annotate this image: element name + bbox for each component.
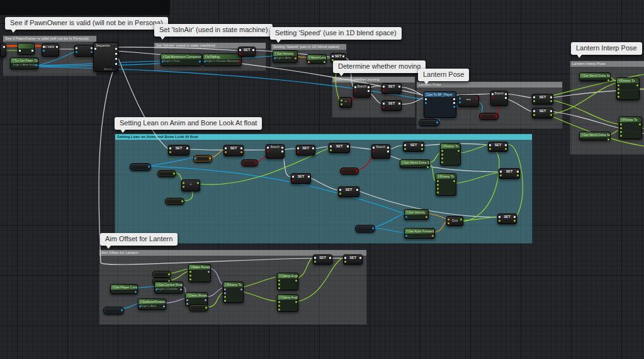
pin-obj[interactable] — [35, 64, 37, 66]
pin-exec[interactable] — [398, 86, 400, 88]
pin-exec[interactable] — [281, 147, 283, 149]
node-variable-pill[interactable] — [157, 170, 176, 177]
pin-float[interactable] — [197, 182, 199, 184]
pin-exec[interactable] — [453, 98, 455, 100]
comment-group-title[interactable]: See if PawnOwner is valid (will not be i… — [3, 36, 96, 42]
node-math[interactable]: == — [458, 95, 479, 107]
pin-bool[interactable] — [373, 151, 375, 152]
node-set[interactable]: SET — [381, 83, 402, 94]
pin-bool[interactable] — [239, 60, 240, 62]
node-dark[interactable] — [74, 45, 94, 57]
pin-float[interactable] — [224, 296, 226, 298]
pin-float[interactable] — [437, 188, 439, 190]
pin-obj[interactable] — [274, 57, 276, 59]
node-f-rinterp-to[interactable]: f RInterp To — [223, 282, 244, 303]
pin-exec[interactable] — [499, 216, 500, 218]
pin-float[interactable] — [618, 84, 619, 86]
pin-exec[interactable] — [359, 257, 361, 259]
pin-rot[interactable] — [186, 303, 188, 305]
pin-exec[interactable] — [94, 48, 96, 50]
node-set[interactable]: SET — [168, 145, 189, 156]
node-variable-pill[interactable] — [189, 304, 208, 311]
pin-float[interactable] — [489, 148, 491, 150]
pin-float[interactable] — [437, 180, 439, 182]
pin-exec[interactable] — [344, 257, 346, 259]
pin-exec[interactable] — [383, 86, 385, 88]
node-branch[interactable]: Branch — [353, 84, 371, 98]
pin-exec[interactable] — [19, 50, 21, 52]
pin-bool[interactable] — [383, 106, 385, 108]
node-f-get-movement-component[interactable]: f Get Movement ComponentTarget is Pawn — [161, 54, 202, 66]
node-set[interactable]: SET — [343, 254, 363, 265]
pin-float[interactable] — [189, 278, 191, 280]
pin-float[interactable] — [441, 161, 443, 163]
pin-rot[interactable] — [224, 292, 226, 294]
pin-float[interactable] — [437, 184, 439, 186]
pin-exec[interactable] — [115, 48, 117, 50]
pin-exec[interactable] — [267, 147, 269, 149]
comment-group-title[interactable]: Setting 'Speed' (use in 1D blend space) — [271, 44, 346, 50]
pin-exec[interactable] — [356, 189, 358, 191]
pin-float[interactable] — [639, 123, 641, 125]
node-set[interactable]: SET — [291, 173, 311, 184]
pin-rot[interactable] — [163, 305, 165, 307]
pin-float[interactable] — [441, 154, 443, 156]
pin-vec[interactable] — [432, 235, 434, 237]
node-set[interactable]: SET — [381, 100, 402, 111]
node-f-get-world-delta-seconds[interactable]: f Get World Delta Seconds — [400, 159, 430, 168]
pin-float[interactable] — [339, 193, 341, 195]
pin-float[interactable] — [618, 96, 619, 98]
pin-float[interactable] — [189, 271, 191, 273]
pin-obj[interactable] — [372, 227, 374, 229]
pin-obj[interactable] — [453, 106, 455, 108]
pin-obj[interactable] — [425, 102, 427, 104]
node-variable-pill[interactable] — [193, 155, 212, 162]
pin-exec[interactable] — [514, 216, 516, 218]
pin-exec[interactable] — [308, 176, 310, 178]
pin-float[interactable] — [437, 191, 439, 193]
pin-float[interactable] — [224, 300, 226, 302]
pin-bool[interactable] — [383, 89, 385, 91]
node-variable-pill[interactable] — [479, 113, 499, 120]
pin-exec[interactable] — [76, 47, 77, 49]
pin-bool[interactable] — [476, 98, 478, 100]
pin-float[interactable] — [514, 220, 516, 222]
pin-bool[interactable] — [349, 100, 351, 101]
pin-exec[interactable] — [550, 96, 552, 98]
pin-exec[interactable] — [225, 147, 227, 149]
pin-float[interactable] — [607, 139, 609, 140]
pin-float[interactable] — [181, 200, 183, 202]
node-f-clamp-angle[interactable]: f Clamp Angle — [277, 294, 298, 312]
pin-float[interactable] — [278, 283, 280, 285]
pin-exec[interactable] — [332, 55, 334, 57]
pin-float[interactable] — [278, 309, 280, 311]
pin-float[interactable] — [324, 61, 325, 63]
pin-float[interactable] — [458, 150, 460, 152]
pin-obj[interactable] — [139, 305, 141, 307]
node-f-get-world-delta-seconds[interactable]: f Get World Delta Seconds — [579, 72, 611, 81]
node-f-try-get-pawn-owner[interactable]: f Try Get Pawn OwnerTarget is Anim Insta… — [10, 57, 38, 69]
pin-obj[interactable] — [162, 60, 164, 62]
node-f-get-actor-forward-vector[interactable]: f Get Actor Forward Vector — [404, 228, 435, 239]
pin-exec[interactable] — [339, 189, 341, 191]
pin-obj[interactable] — [135, 291, 137, 293]
pin-float[interactable] — [500, 174, 502, 176]
pin-rot[interactable] — [240, 288, 242, 290]
node-branch[interactable]: Branch — [490, 91, 508, 106]
pin-exec[interactable] — [292, 176, 294, 178]
pin-exec[interactable] — [505, 93, 507, 95]
node-variable-pill[interactable] — [419, 119, 439, 126]
pin-vec[interactable] — [426, 216, 427, 218]
pin-exec[interactable] — [281, 151, 283, 152]
node-cast-to-bp-player[interactable]: Cast To BP_Player — [424, 91, 456, 118]
pin-float[interactable] — [533, 100, 535, 102]
pin-exec[interactable] — [186, 147, 188, 149]
pin-float[interactable] — [183, 182, 184, 184]
pin-obj[interactable] — [459, 101, 461, 103]
node-set[interactable]: SET — [329, 143, 350, 153]
pin-exec[interactable] — [517, 171, 519, 173]
node-f-get-world-delta-seconds[interactable]: f Get World Delta Seconds — [579, 132, 611, 140]
pin-exec[interactable] — [354, 86, 356, 88]
node-set[interactable]: SET — [238, 47, 256, 57]
pin-bool[interactable] — [239, 53, 241, 55]
